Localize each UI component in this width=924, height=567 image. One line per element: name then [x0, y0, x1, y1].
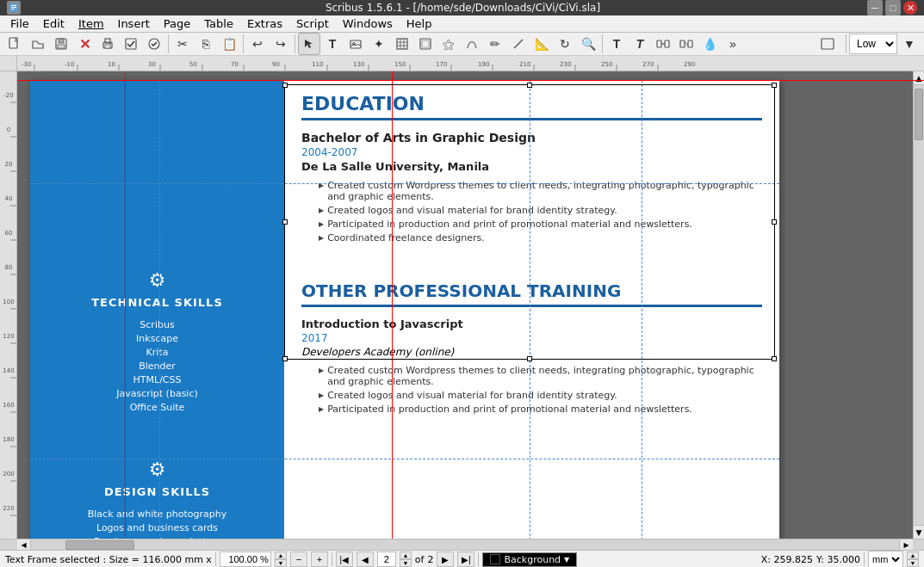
- edu-degree: Bachelor of Arts in Graphic Design: [301, 131, 762, 145]
- menu-file[interactable]: File: [3, 15, 36, 32]
- redo-button[interactable]: ↪: [270, 33, 292, 55]
- save-button[interactable]: [50, 33, 72, 55]
- menu-edit[interactable]: Edit: [36, 15, 71, 32]
- zoom-down-btn[interactable]: ▼: [275, 559, 287, 567]
- scroll-right-btn[interactable]: ▶: [899, 539, 913, 551]
- text-frame2-btn[interactable]: T: [629, 33, 651, 55]
- rotate-tool[interactable]: ↻: [554, 33, 576, 55]
- svg-rect-32: [823, 40, 832, 47]
- content-area: -20 0 20 40 60 80 100 120 140 160: [0, 71, 924, 539]
- edu-bullets: Created custom Wordpress themes to clien…: [319, 180, 762, 243]
- zoom-out-btn[interactable]: −: [290, 552, 307, 567]
- svg-rect-7: [58, 45, 65, 48]
- minimize-button[interactable]: ─: [867, 0, 883, 15]
- page-spinner-down[interactable]: ▼: [400, 559, 412, 567]
- svg-text:-10: -10: [65, 61, 74, 68]
- svg-text:70: 70: [231, 61, 239, 68]
- zoom-input[interactable]: [220, 552, 271, 567]
- menu-windows[interactable]: Windows: [336, 15, 400, 32]
- print-button[interactable]: [96, 33, 119, 55]
- svg-text:150: 150: [394, 61, 406, 68]
- bezier-tool[interactable]: [461, 33, 483, 55]
- menu-insert[interactable]: Insert: [111, 15, 157, 32]
- menu-item[interactable]: Item: [71, 15, 111, 32]
- menu-extras[interactable]: Extras: [240, 15, 289, 32]
- titlebar: Scribus 1.5.6.1 - [/home/sde/Downloads/C…: [0, 0, 924, 15]
- cut-button[interactable]: ✂: [171, 33, 194, 55]
- unit-up-btn[interactable]: ▲: [907, 552, 919, 559]
- dashed-guide-h2: [30, 459, 779, 459]
- page-input[interactable]: [377, 552, 396, 567]
- svg-rect-22: [422, 40, 429, 47]
- menu-page[interactable]: Page: [157, 15, 197, 32]
- scroll-thumb-v[interactable]: [915, 89, 923, 140]
- svg-text:120: 120: [3, 333, 14, 340]
- preview-toggle[interactable]: [812, 33, 843, 55]
- maximize-button[interactable]: □: [885, 0, 901, 15]
- scroll-left-btn[interactable]: ◀: [17, 539, 31, 551]
- table-tool[interactable]: [391, 33, 413, 55]
- more-tools[interactable]: »: [722, 33, 744, 55]
- quality-down[interactable]: ▼: [898, 33, 921, 55]
- skill-javascript: Javascript (basic): [47, 388, 267, 399]
- pointer-tool[interactable]: [298, 33, 320, 55]
- horizontal-ruler-area: -30 -10 10 30 50 70 90 110 130 150: [0, 56, 924, 71]
- svg-text:-20: -20: [3, 92, 13, 99]
- red-guide-v2: [392, 71, 393, 539]
- toolbar-main: ✕ ✂ ⎘ 📋 ↩ ↪ T ✦ ⚝: [0, 33, 924, 56]
- copy-button[interactable]: ⎘: [195, 33, 217, 55]
- svg-text:30: 30: [148, 61, 156, 68]
- svg-text:60: 60: [5, 230, 13, 237]
- zoom-tool[interactable]: 🔍: [577, 33, 599, 55]
- status-sep4: [864, 552, 865, 566]
- page-spinner-up[interactable]: ▲: [400, 552, 412, 559]
- close-doc-button[interactable]: ✕: [73, 33, 96, 55]
- unlink-frames-btn[interactable]: [675, 33, 698, 55]
- pencil-tool[interactable]: ✏: [484, 33, 506, 55]
- sidebar-panel: ⚙ TECHNICAL SKILLS Scribus Inkscape Krit…: [30, 80, 284, 539]
- unit-down-btn[interactable]: ▼: [907, 559, 919, 567]
- open-button[interactable]: [27, 33, 49, 55]
- undo-button[interactable]: ↩: [246, 33, 269, 55]
- menu-table[interactable]: Table: [197, 15, 240, 32]
- page-last-btn[interactable]: ▶|: [457, 552, 474, 567]
- text-frame-btn[interactable]: T: [605, 33, 628, 55]
- menu-script[interactable]: Script: [289, 15, 336, 32]
- zoom-up-btn[interactable]: ▲: [275, 552, 287, 559]
- page-first-btn[interactable]: |◀: [336, 552, 353, 567]
- measure-tool[interactable]: 📐: [530, 33, 553, 55]
- unit-select[interactable]: mm: [868, 551, 903, 567]
- new-button[interactable]: [3, 33, 26, 55]
- link-frames-btn[interactable]: [652, 33, 674, 55]
- skill-blender: Blender: [47, 361, 267, 372]
- scroll-down-btn[interactable]: ▼: [914, 525, 924, 539]
- background-badge[interactable]: Background ▼: [482, 552, 577, 567]
- calligraph-tool[interactable]: ⚝: [437, 33, 460, 55]
- svg-text:160: 160: [3, 402, 14, 409]
- text-tool[interactable]: T: [321, 33, 344, 55]
- page-prev-btn[interactable]: ◀: [357, 552, 374, 567]
- frame-tool[interactable]: [414, 33, 437, 55]
- quality-select[interactable]: Low: [849, 34, 897, 54]
- scroll-up-btn[interactable]: ▲: [914, 71, 924, 85]
- image-tool[interactable]: [344, 33, 367, 55]
- page-next-btn[interactable]: ▶: [437, 552, 454, 567]
- paste-button[interactable]: 📋: [218, 33, 240, 55]
- vertical-scrollbar[interactable]: ▲ ▼: [913, 71, 924, 539]
- line-tool[interactable]: [507, 33, 530, 55]
- training-org: Developers Academy (online): [301, 346, 762, 358]
- close-button[interactable]: ✕: [903, 1, 917, 15]
- preflight-button[interactable]: [143, 33, 165, 55]
- svg-line-23: [514, 40, 523, 48]
- check-button[interactable]: [120, 33, 142, 55]
- other-heading: OTHER PROFESSIONAL TRAINING: [301, 280, 762, 307]
- shape-tool[interactable]: ✦: [368, 33, 390, 55]
- scroll-thumb-h[interactable]: [65, 540, 134, 550]
- zoom-in-btn[interactable]: +: [311, 552, 328, 567]
- menu-help[interactable]: Help: [400, 15, 439, 32]
- eye-dropper-btn[interactable]: 💧: [698, 33, 721, 55]
- status-sep2: [332, 552, 332, 566]
- svg-text:50: 50: [189, 61, 197, 68]
- svg-text:20: 20: [5, 161, 13, 168]
- window-title: Scribus 1.5.6.1 - [/home/sde/Downloads/C…: [59, 2, 867, 14]
